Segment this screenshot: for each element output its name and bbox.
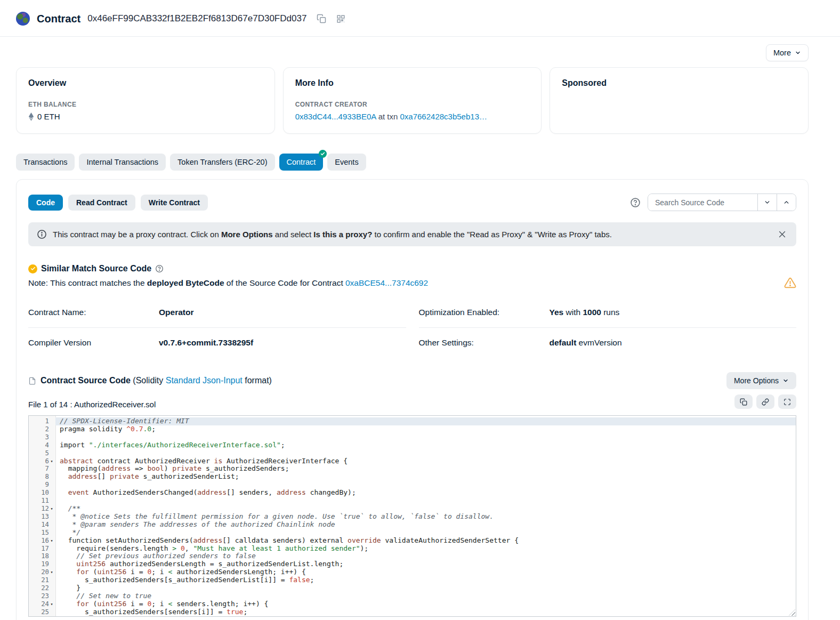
close-icon[interactable] <box>777 229 788 240</box>
tab-label: Events <box>335 158 358 166</box>
code-gutter: 1 <box>29 417 55 425</box>
tab-transactions[interactable]: Transactions <box>16 154 75 171</box>
copy-address-icon[interactable] <box>317 14 326 23</box>
search-source-input[interactable] <box>648 194 757 211</box>
qr-code-icon[interactable] <box>336 14 345 23</box>
copy-source-button[interactable] <box>734 394 753 409</box>
code-text: event AuthorizedSendersChanged(address[]… <box>55 489 796 497</box>
contract-meta: Contract Name:OperatorCompiler Versionv0… <box>28 297 796 358</box>
line-number: 2 <box>45 425 49 433</box>
fold-toggle-icon[interactable]: ▾ <box>49 600 54 608</box>
code-line: 4import "./interfaces/AuthorizedReceiver… <box>29 441 796 449</box>
warning-triangle-icon <box>784 277 796 289</box>
code-text: s_authorizedSenders[s_authorizedSenderLi… <box>55 576 796 584</box>
code-line: 10 event AuthorizedSendersChanged(addres… <box>29 489 796 497</box>
eth-balance-label: ETH BALANCE <box>28 101 263 108</box>
code-text: mapping(address => bool) private s_autho… <box>55 465 796 473</box>
code-text <box>55 481 796 489</box>
code-gutter: 8 <box>29 473 55 481</box>
summary-cards: Overview ETH BALANCE 0 ETH More Info CON… <box>16 67 809 134</box>
similar-match-check-icon <box>28 264 37 273</box>
fullscreen-button[interactable] <box>778 394 796 409</box>
meta-label: Compiler Version <box>28 338 159 348</box>
code-text: /** <box>55 505 796 513</box>
code-line: 13 * @notice Sets the fulfillment permis… <box>29 513 796 521</box>
code-line: 5 <box>29 449 796 457</box>
code-text: function setAuthorizedSenders(address[] … <box>55 537 796 545</box>
contract-meta-right-column: Optimization Enabled:Yes with 1000 runsO… <box>419 297 797 358</box>
similar-match-section: Similar Match Source Code Note: This con… <box>28 264 796 289</box>
line-number: 14 <box>41 521 49 529</box>
chevron-down-icon <box>782 377 789 384</box>
code-text <box>55 433 796 441</box>
code-gutter: 5 <box>29 449 55 457</box>
creator-address-link[interactable]: 0x83dC44...4933BE0A <box>295 112 376 121</box>
code-line: 14 * @param senders The addresses of the… <box>29 521 796 529</box>
line-number: 15 <box>41 529 49 537</box>
creator-txn-link[interactable]: 0xa7662428c3b5eb13… <box>400 112 487 121</box>
tab-label: Token Transfers (ERC-20) <box>177 158 267 166</box>
fold-toggle-icon[interactable]: ▾ <box>49 505 54 513</box>
info-icon <box>37 229 47 239</box>
more-info-card: More Info CONTRACT CREATOR 0x83dC44...49… <box>283 67 542 134</box>
code-gutter: 17 <box>29 545 55 553</box>
tab-events[interactable]: Events <box>327 154 366 171</box>
code-gutter: 21 <box>29 576 55 584</box>
code-text: } <box>55 584 796 592</box>
subtab-write-contract[interactable]: Write Contract <box>141 195 208 211</box>
fold-toggle-icon[interactable]: ▾ <box>49 537 54 545</box>
contract-panel: CodeRead ContractWrite Contract <box>16 179 809 620</box>
inline-link[interactable]: 0xaBCE54...7374c692 <box>345 278 428 287</box>
code-line: 19 uint256 authorizedSendersLength = s_a… <box>29 560 796 568</box>
fold-toggle-icon[interactable]: ▾ <box>49 457 54 465</box>
fold-toggle-icon[interactable]: ▾ <box>49 568 54 576</box>
meta-value: Yes with 1000 runs <box>550 308 620 317</box>
line-number: 24 <box>41 600 49 608</box>
source-search-group <box>648 194 796 211</box>
more-button[interactable]: More <box>766 44 809 61</box>
tab-contract[interactable]: Contract <box>279 154 324 171</box>
code-text <box>55 449 796 457</box>
code-text: require(senders.length > 0, "Must have a… <box>55 545 796 553</box>
file-icon <box>28 376 36 385</box>
help-icon[interactable] <box>630 197 641 208</box>
code-text: pragma solidity ^0.7.0; <box>55 425 796 433</box>
more-info-card-title: More Info <box>295 78 530 88</box>
code-text: s_authorizedSenders[senders[i]] = true; <box>55 608 796 616</box>
code-text: // Set previous authorized senders to fa… <box>55 552 796 560</box>
line-number: 3 <box>45 433 49 441</box>
line-number: 4 <box>45 441 49 449</box>
more-button-label: More <box>773 49 791 57</box>
subtab-code[interactable]: Code <box>28 195 63 211</box>
subtabs-row: CodeRead ContractWrite Contract <box>28 195 208 211</box>
code-text: * @param senders The addresses of the au… <box>55 521 796 529</box>
code-gutter: 22 <box>29 584 55 592</box>
code-line: 1// SPDX-License-Identifier: MIT <box>29 417 796 425</box>
contract-creator-label: CONTRACT CREATOR <box>295 101 530 108</box>
more-options-button[interactable]: More Options <box>726 372 796 389</box>
tab-internal-transactions[interactable]: Internal Transactions <box>79 154 166 171</box>
code-line: 8 address[] private s_authorizedSenderLi… <box>29 473 796 481</box>
subtab-read-contract[interactable]: Read Contract <box>68 195 135 211</box>
code-text: // SPDX-License-Identifier: MIT <box>55 417 796 425</box>
source-code-editor[interactable]: 1// SPDX-License-Identifier: MIT2pragma … <box>28 415 796 617</box>
search-prev-button[interactable] <box>777 194 796 211</box>
code-text: import "./interfaces/AuthorizedReceiverI… <box>55 441 796 449</box>
tabs-row: TransactionsInternal TransactionsToken T… <box>16 154 809 171</box>
code-text: */ <box>55 529 796 537</box>
inline-link[interactable]: Standard Json-Input <box>166 376 243 385</box>
line-number: 21 <box>41 576 49 584</box>
code-gutter: 6▾ <box>29 457 55 465</box>
code-line: 24▾ for (uint256 i = 0; i < senders.leng… <box>29 600 796 608</box>
code-line: 22 } <box>29 584 796 592</box>
line-number: 11 <box>41 497 49 505</box>
meta-row-other-settings: Other Settings:default evmVersion <box>419 328 797 358</box>
contract-meta-left-column: Contract Name:OperatorCompiler Versionv0… <box>28 297 406 358</box>
permalink-button[interactable] <box>756 394 774 409</box>
search-next-button[interactable] <box>757 194 777 211</box>
source-code-heading: Contract Source Code (Solidity Standard … <box>41 376 272 385</box>
question-icon[interactable] <box>155 264 164 273</box>
line-number: 10 <box>41 489 49 497</box>
tab-token-transfers-erc-20[interactable]: Token Transfers (ERC-20) <box>170 154 274 171</box>
code-gutter: 18 <box>29 552 55 560</box>
